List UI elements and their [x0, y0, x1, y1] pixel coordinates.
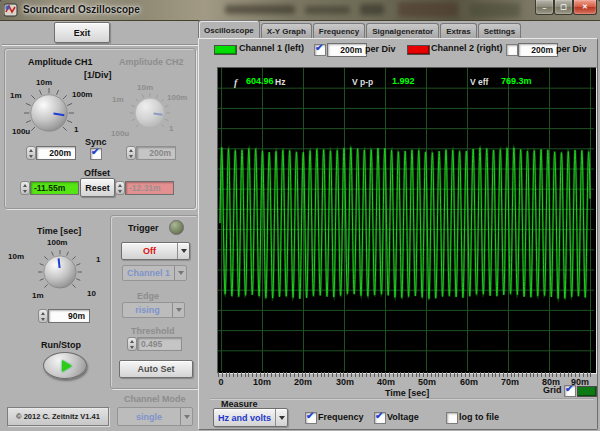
minimize-icon: –	[543, 4, 547, 11]
app-icon	[4, 3, 18, 21]
channel1-per-div-label: per Div	[365, 44, 396, 54]
trigger-channel-dropdown[interactable]: Channel 1	[122, 265, 187, 281]
x-axis-label: Time [sec]	[385, 388, 429, 398]
tab-label: Extras	[446, 27, 470, 36]
tab-xy-graph[interactable]: X-Y Graph	[261, 23, 312, 38]
value-text: -12.31m	[129, 183, 161, 193]
dial-label: 10m	[36, 78, 52, 87]
divider	[210, 398, 594, 399]
channel2-color-swatch	[407, 45, 430, 55]
time-knob[interactable]	[37, 249, 83, 299]
veff-readout-label: V eff	[470, 77, 488, 87]
chevron-down-icon	[177, 243, 189, 259]
titlebar-blur	[470, 3, 520, 17]
grid-label: Grid	[543, 385, 562, 395]
tab-label: Oscilloscope	[204, 26, 254, 35]
x-tick: 10m	[244, 377, 280, 387]
offset-ch2-spinner[interactable]	[115, 181, 125, 195]
tab-settings[interactable]: Settings	[478, 23, 522, 38]
divider	[2, 44, 198, 45]
chevron-down-icon	[172, 303, 184, 317]
measure-mode-dropdown[interactable]: Hz and volts	[213, 408, 288, 427]
dial-label: 1	[96, 255, 100, 264]
tab-extras[interactable]: Extras	[440, 23, 476, 38]
titlebar-blur	[398, 2, 458, 17]
sync-checkbox[interactable]	[90, 148, 102, 160]
maximize-icon: ▢	[560, 3, 567, 11]
titlebar-blur	[360, 4, 384, 15]
close-icon: ✕	[582, 3, 588, 11]
threshold-label: Threshold	[131, 326, 175, 336]
offset-ch1-value[interactable]: -11.55m	[30, 181, 79, 195]
offset-ch2-value[interactable]: -12.31m	[125, 181, 174, 195]
value-text: 0.495	[141, 339, 162, 349]
window-title: Soundcard Oszilloscope	[23, 4, 140, 15]
amplitude-ch2-spinner[interactable]	[126, 146, 136, 160]
veff-readout-value: 769.3m	[501, 76, 532, 86]
channel-mode-label: Channel Mode	[124, 394, 186, 404]
offset-reset-button[interactable]: Reset	[80, 178, 115, 197]
channel1-per-div-value[interactable]: 200m	[327, 43, 367, 57]
amplitude-ch2-value[interactable]: 200m	[136, 146, 176, 160]
copyright-text: © 2012 C. Zeitnitz V1.41	[16, 412, 100, 421]
tab-label: X-Y Graph	[267, 27, 306, 36]
autoset-button[interactable]: Auto Set	[119, 360, 193, 378]
x-tick: 0	[203, 377, 239, 387]
tab-oscilloscope[interactable]: Oscilloscope	[198, 20, 260, 38]
trigger-led	[169, 220, 184, 235]
frequency-checkbox[interactable]	[305, 412, 317, 424]
value-text: 200m	[531, 45, 553, 55]
maximize-button[interactable]: ▢	[554, 0, 573, 15]
amplitude-ch1-value[interactable]: 200m	[36, 146, 76, 160]
close-button[interactable]: ✕	[573, 0, 597, 15]
x-tick: 30m	[327, 377, 363, 387]
amplitude-ch1-spinner[interactable]	[26, 146, 36, 160]
exit-label: Exit	[74, 28, 91, 38]
channel2-per-div-label: per Div	[556, 44, 587, 54]
tab-frequency[interactable]: Frequency	[313, 23, 365, 38]
amplitude-ch2-title: Amplitude CH2	[119, 57, 184, 67]
threshold-spinner[interactable]	[127, 337, 137, 351]
dial-label: 1m	[32, 291, 44, 300]
dial-label: 1m	[112, 95, 124, 104]
channel2-enable-checkbox[interactable]	[506, 44, 518, 56]
freq-readout-value: 604.96	[246, 76, 274, 86]
time-spinner[interactable]	[38, 309, 48, 323]
time-title: Time [sec]	[37, 226, 81, 236]
trigger-edge-dropdown[interactable]: rising	[122, 302, 185, 318]
voltage-checkbox[interactable]	[374, 412, 386, 424]
window-controls: – ▢ ✕	[535, 0, 597, 15]
offset-ch1-spinner[interactable]	[20, 181, 30, 195]
x-tick: 20m	[285, 377, 321, 387]
exit-button[interactable]: Exit	[54, 22, 110, 43]
channel-mode-dropdown[interactable]: single	[117, 407, 193, 426]
amplitude-ch1-knob[interactable]	[23, 87, 75, 143]
value-text: 90m	[68, 311, 85, 321]
amplitude-ch2-knob[interactable]	[129, 92, 171, 138]
threshold-value[interactable]: 0.495	[137, 337, 182, 351]
vpp-readout-label: V p-p	[352, 77, 373, 87]
run-stop-button[interactable]	[43, 352, 87, 379]
log-to-file-label: log to file	[459, 412, 499, 422]
x-tick: 70m	[492, 377, 528, 387]
measure-mode-value: Hz and volts	[214, 413, 275, 423]
value-text: 200m	[49, 148, 71, 158]
tab-strip: Oscilloscope X-Y Graph Frequency Signalg…	[198, 22, 522, 38]
channel1-enable-checkbox[interactable]	[314, 44, 326, 56]
autoset-label: Auto Set	[138, 364, 175, 374]
time-value[interactable]: 90m	[48, 309, 90, 323]
channel2-per-div-value[interactable]: 200m	[518, 43, 558, 57]
minimize-button[interactable]: –	[535, 0, 554, 15]
tab-signalgenerator[interactable]: Signalgenerator	[366, 23, 439, 38]
scope-waveform	[218, 68, 594, 375]
log-to-file-checkbox[interactable]	[446, 412, 458, 424]
dial-label: 100u	[12, 127, 30, 136]
dial-label: 100m	[47, 238, 67, 247]
play-icon	[62, 360, 72, 372]
trigger-mode-dropdown[interactable]: Off	[121, 242, 190, 260]
channel1-label: Channel 1 (left)	[239, 43, 304, 53]
dial-label: 1	[74, 125, 78, 134]
grid-checkbox[interactable]	[564, 385, 576, 397]
scope-display	[217, 67, 597, 374]
trigger-channel-value: Channel 1	[123, 268, 174, 278]
